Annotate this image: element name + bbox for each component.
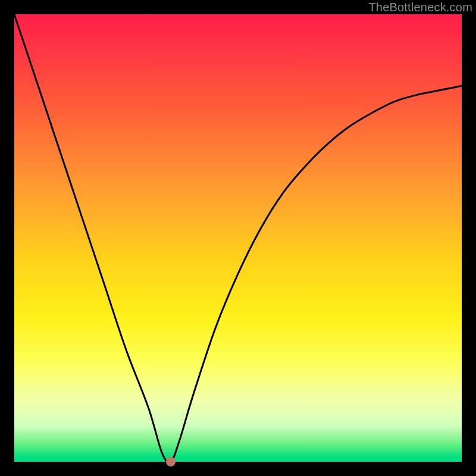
bottleneck-curve bbox=[14, 14, 462, 462]
plot-frame bbox=[14, 14, 462, 462]
watermark-text: TheBottleneck.com bbox=[368, 1, 472, 14]
curve-svg bbox=[14, 14, 462, 462]
optimum-marker bbox=[166, 457, 176, 466]
